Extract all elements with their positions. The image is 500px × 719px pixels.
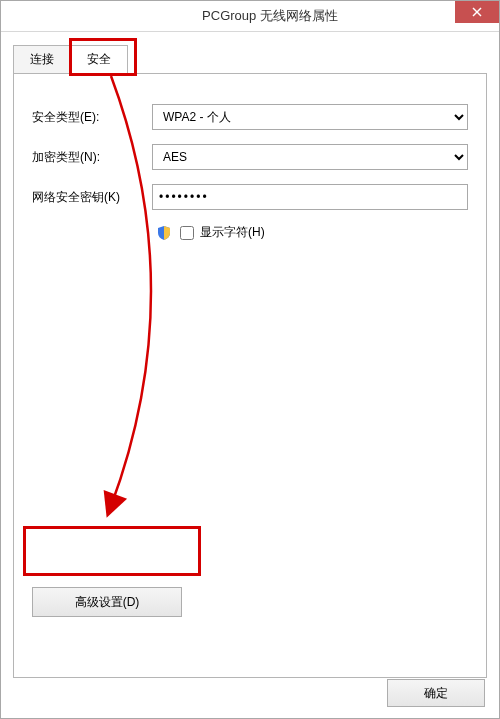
shield-icon [156, 225, 172, 241]
tab-security-label: 安全 [87, 52, 111, 66]
close-icon [472, 7, 482, 17]
tab-security[interactable]: 安全 [70, 45, 128, 74]
advanced-settings-button[interactable]: 高级设置(D) [32, 587, 182, 617]
row-security-type: 安全类型(E): WPA2 - 个人 [32, 104, 468, 130]
dialog-footer: 确定 [387, 679, 485, 707]
security-type-select[interactable]: WPA2 - 个人 [152, 104, 468, 130]
row-network-key: 网络安全密钥(K) [32, 184, 468, 210]
network-key-input[interactable] [152, 184, 468, 210]
row-show-characters: 显示字符(H) [32, 224, 468, 241]
tab-connect-label: 连接 [30, 52, 54, 66]
network-key-label: 网络安全密钥(K) [32, 189, 152, 206]
encryption-type-select[interactable]: AES [152, 144, 468, 170]
security-type-label: 安全类型(E): [32, 109, 152, 126]
advanced-settings-label: 高级设置(D) [75, 595, 140, 609]
dialog-window: PCGroup 无线网络属性 连接 安全 安全类型(E): WPA2 - 个人 [0, 0, 500, 719]
advanced-button-wrap: 高级设置(D) [32, 587, 182, 617]
title-bar: PCGroup 无线网络属性 [1, 1, 499, 32]
show-characters-checkbox[interactable] [180, 226, 194, 240]
show-characters-label: 显示字符(H) [200, 224, 265, 241]
tab-connect[interactable]: 连接 [13, 45, 71, 74]
row-encryption-type: 加密类型(N): AES [32, 144, 468, 170]
ok-button[interactable]: 确定 [387, 679, 485, 707]
encryption-type-label: 加密类型(N): [32, 149, 152, 166]
ok-button-label: 确定 [424, 686, 448, 700]
client-area: 连接 安全 安全类型(E): WPA2 - 个人 加密类型(N): AES [1, 32, 499, 719]
tab-strip: 连接 安全 [13, 44, 487, 73]
tab-panel-security: 安全类型(E): WPA2 - 个人 加密类型(N): AES 网络安全密钥(K… [13, 73, 487, 678]
close-button[interactable] [455, 1, 499, 23]
window-title: PCGroup 无线网络属性 [1, 7, 499, 25]
